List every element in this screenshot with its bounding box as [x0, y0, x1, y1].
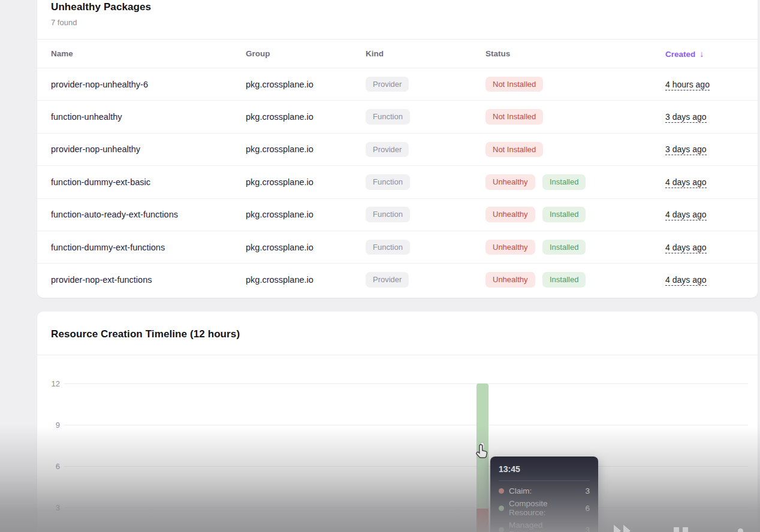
package-group: pkg.crossplane.io — [246, 275, 366, 285]
package-name: function-auto-ready-ext-functions — [51, 210, 246, 219]
timeline-card-header: Resource Creation Timeline (12 hours) — [37, 312, 758, 355]
package-name: function-unhealthy — [51, 112, 246, 122]
column-header-name[interactable]: Name — [51, 49, 246, 58]
package-name: provider-nop-unhealthy-6 — [51, 80, 246, 89]
package-group: pkg.crossplane.io — [246, 177, 366, 187]
table-row[interactable]: function-unhealthy pkg.crossplane.io Fun… — [37, 100, 758, 132]
composite-dot-icon — [499, 506, 504, 511]
kind-badge: Function — [366, 240, 410, 255]
status-badge-unhealthy: Unhealthy — [485, 207, 535, 222]
resource-timeline-card: Resource Creation Timeline (12 hours) 12… — [37, 312, 758, 532]
y-axis-tick-3: 3 — [37, 503, 60, 512]
status-badge-not-installed: Not Installed — [485, 77, 543, 92]
kind-badge: Provider — [366, 77, 409, 92]
status-badge-installed: Installed — [542, 240, 586, 255]
kind-badge: Function — [366, 174, 410, 190]
created-link[interactable]: 4 days ago — [665, 275, 707, 286]
table-header-row: Name Group Kind Status Created↓ — [37, 40, 758, 68]
hand-cursor-icon — [475, 443, 490, 459]
tooltip-value: 3 — [585, 525, 590, 532]
package-group: pkg.crossplane.io — [246, 243, 366, 252]
tooltip-time: 13:45 — [499, 464, 590, 474]
gridline-9 — [64, 425, 748, 425]
status-badge-installed: Installed — [542, 272, 586, 288]
status-badge-unhealthy: Unhealthy — [485, 240, 535, 255]
kind-badge: Provider — [366, 272, 409, 288]
created-link[interactable]: 4 days ago — [665, 210, 707, 220]
tooltip-row-managed: Managed Resource: 3 — [499, 521, 590, 532]
sort-descending-icon: ↓ — [699, 49, 704, 59]
package-name: provider-nop-unhealthy — [51, 144, 246, 154]
status-badge-unhealthy: Unhealthy — [485, 272, 535, 288]
created-link[interactable]: 4 days ago — [665, 243, 707, 253]
column-header-status[interactable]: Status — [485, 49, 665, 58]
package-group: pkg.crossplane.io — [246, 80, 366, 89]
tooltip-row-claim: Claim: 3 — [499, 486, 590, 495]
package-name: provider-nop-ext-functions — [51, 275, 246, 285]
timeline-chart: 12 9 6 3 9 3 13:45 Claim: 3 Composite Re… — [37, 355, 758, 532]
timeline-title: Resource Creation Timeline (12 hours) — [51, 328, 743, 340]
gridline-6 — [64, 466, 748, 467]
tooltip-row-composite: Composite Resource: 6 — [499, 499, 590, 517]
status-badge-not-installed: Not Installed — [485, 142, 543, 158]
table-row[interactable]: provider-nop-ext-functions pkg.crossplan… — [37, 263, 758, 295]
chart-tooltip: 13:45 Claim: 3 Composite Resource: 6 Man… — [490, 457, 598, 532]
table-row[interactable]: function-auto-ready-ext-functions pkg.cr… — [37, 198, 758, 231]
column-header-group[interactable]: Group — [246, 49, 366, 58]
table-row[interactable]: function-dummy-ext-functions pkg.crosspl… — [37, 231, 758, 263]
tooltip-divider — [499, 480, 590, 481]
y-axis-tick-9: 9 — [37, 421, 60, 430]
created-link[interactable]: 3 days ago — [665, 112, 707, 123]
package-group: pkg.crossplane.io — [246, 144, 366, 154]
packages-card-header: Unhealthy Packages 7 found — [37, 0, 758, 39]
kind-badge: Provider — [366, 142, 409, 158]
tooltip-value: 6 — [585, 504, 590, 513]
packages-title: Unhealthy Packages — [51, 1, 743, 13]
gridline-12 — [64, 383, 748, 384]
status-badge-unhealthy: Unhealthy — [485, 174, 535, 190]
column-header-created[interactable]: Created↓ — [665, 49, 746, 59]
gridline-3 — [64, 507, 748, 508]
claim-dot-icon — [499, 488, 504, 494]
tooltip-value: 3 — [585, 486, 590, 495]
created-link[interactable]: 4 days ago — [665, 177, 707, 188]
packages-count: 7 found — [51, 18, 743, 27]
kind-badge: Function — [366, 109, 410, 125]
unhealthy-packages-card: Unhealthy Packages 7 found Name Group Ki… — [37, 0, 758, 298]
tooltip-label: Composite Resource: — [509, 499, 580, 517]
table-row[interactable]: function-dummy-ext-basic pkg.crossplane.… — [37, 165, 758, 198]
created-link[interactable]: 4 hours ago — [665, 80, 710, 90]
status-badge-installed: Installed — [542, 174, 586, 190]
package-name: function-dummy-ext-basic — [51, 177, 246, 187]
table-row[interactable]: provider-nop-unhealthy-6 pkg.crossplane.… — [37, 68, 758, 100]
tooltip-label: Claim: — [509, 486, 580, 495]
package-group: pkg.crossplane.io — [246, 112, 366, 122]
y-axis-tick-6: 6 — [37, 462, 60, 471]
package-group: pkg.crossplane.io — [246, 210, 366, 219]
y-axis-tick-12: 12 — [37, 379, 60, 388]
status-badge-not-installed: Not Installed — [485, 109, 543, 125]
table-row[interactable]: provider-nop-unhealthy pkg.crossplane.io… — [37, 133, 758, 165]
bar-segment-claim[interactable]: 3 — [476, 509, 488, 532]
kind-badge: Function — [366, 207, 410, 222]
tooltip-label: Managed Resource: — [509, 521, 580, 532]
created-header-label: Created — [665, 50, 695, 59]
package-name: function-dummy-ext-functions — [51, 243, 246, 252]
created-link[interactable]: 3 days ago — [665, 144, 707, 155]
column-header-kind[interactable]: Kind — [366, 49, 485, 58]
managed-dot-icon — [499, 527, 504, 532]
status-badge-installed: Installed — [542, 207, 586, 222]
